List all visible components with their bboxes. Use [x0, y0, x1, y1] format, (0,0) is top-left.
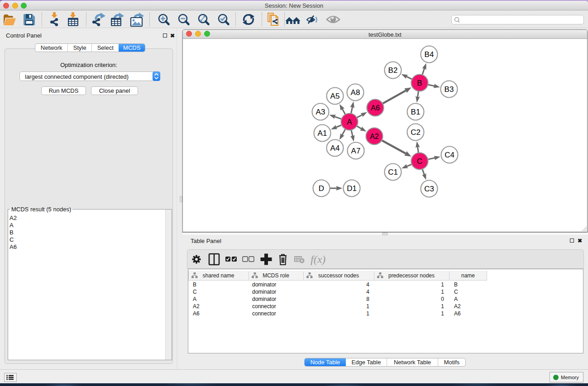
svg-text:A8: A8: [351, 88, 360, 97]
svg-text:B1: B1: [411, 108, 421, 116]
svg-text:C1: C1: [388, 168, 398, 176]
svg-text:A: A: [347, 118, 352, 126]
svg-text:C3: C3: [424, 185, 434, 193]
svg-text:D: D: [319, 184, 324, 193]
svg-text:B4: B4: [425, 50, 434, 59]
svg-text:A7: A7: [351, 147, 361, 155]
svg-text:C2: C2: [411, 128, 421, 137]
svg-text:B2: B2: [388, 66, 398, 75]
svg-text:A6: A6: [371, 104, 380, 112]
svg-text:A2: A2: [370, 133, 379, 140]
svg-text:B3: B3: [445, 85, 454, 94]
svg-text:A5: A5: [330, 92, 340, 100]
svg-text:C4: C4: [445, 151, 454, 159]
svg-text:f(x): f(x): [311, 253, 325, 265]
svg-text:A1: A1: [318, 129, 327, 138]
svg-text:B: B: [417, 79, 422, 87]
svg-text:C: C: [417, 157, 422, 166]
svg-text:A4: A4: [330, 144, 340, 152]
svg-text:D1: D1: [347, 184, 357, 193]
svg-text:A3: A3: [316, 108, 325, 116]
